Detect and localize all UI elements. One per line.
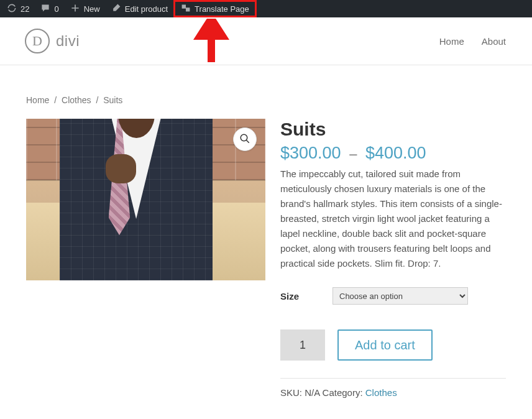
- category-label: Category:: [323, 387, 363, 398]
- updates-icon: [7, 3, 17, 15]
- svg-point-0: [241, 134, 247, 141]
- variation-row-size: Size Choose an option: [280, 287, 506, 305]
- sku-value: N/A: [305, 387, 319, 398]
- price-high: $400.00: [365, 144, 426, 162]
- edit-product-item[interactable]: Edit product: [106, 0, 173, 17]
- product-image[interactable]: [26, 119, 265, 280]
- updates-count: 22: [21, 4, 29, 14]
- nav-home[interactable]: Home: [439, 36, 464, 47]
- breadcrumb-category[interactable]: Clothes: [62, 95, 91, 105]
- translate-label: Translate Page: [195, 4, 249, 14]
- logo-word: divi: [56, 32, 80, 50]
- price-low: $300.00: [280, 144, 341, 162]
- breadcrumb: Home / Clothes / Suits: [26, 95, 506, 105]
- logo-mark: D: [25, 29, 50, 53]
- magnifier-icon: [239, 133, 250, 146]
- primary-nav: Home About: [439, 36, 506, 47]
- breadcrumb-sep: /: [54, 95, 57, 105]
- category-link[interactable]: Clothes: [365, 387, 397, 398]
- nav-about[interactable]: About: [482, 36, 506, 47]
- product-meta: SKU: N/A Category: Clothes: [280, 387, 506, 398]
- plus-icon: [70, 3, 80, 15]
- quantity-input[interactable]: [280, 329, 325, 361]
- breadcrumb-sep: /: [96, 95, 98, 105]
- new-item[interactable]: New: [65, 0, 106, 17]
- comment-icon: [40, 3, 50, 15]
- site-header: D divi Home About: [0, 17, 532, 65]
- price-separator: –: [349, 146, 357, 162]
- svg-line-1: [246, 140, 249, 143]
- meta-divider: [280, 378, 506, 379]
- product: Suits $300.00 – $400.00 The impeccably c…: [26, 119, 506, 398]
- size-select[interactable]: Choose an option: [332, 287, 468, 305]
- translate-highlight: Translate Page: [173, 0, 257, 17]
- translate-page-item[interactable]: Translate Page: [175, 2, 255, 16]
- new-label: New: [84, 4, 100, 14]
- zoom-button[interactable]: [233, 127, 257, 151]
- product-description: The impeccably cut, tailored suit made f…: [280, 167, 506, 271]
- page-content: Home / Clothes / Suits Suits $300.: [0, 65, 532, 410]
- size-label: Size: [280, 291, 332, 302]
- comments-item[interactable]: 0: [35, 0, 64, 17]
- breadcrumb-current: Suits: [103, 95, 122, 105]
- updates-item[interactable]: 22: [1, 0, 35, 17]
- sku-label: SKU:: [280, 387, 302, 398]
- comments-count: 0: [54, 4, 58, 14]
- product-gallery: [26, 119, 265, 280]
- product-price: $300.00 – $400.00: [280, 144, 506, 163]
- pencil-icon: [111, 3, 121, 15]
- edit-product-label: Edit product: [125, 4, 168, 14]
- site-logo[interactable]: D divi: [25, 29, 80, 53]
- breadcrumb-home[interactable]: Home: [26, 95, 49, 105]
- product-title: Suits: [280, 119, 506, 140]
- add-to-cart-row: Add to cart: [280, 329, 506, 361]
- wp-admin-bar: 22 0 New Edit product Translate Page: [0, 0, 532, 17]
- add-to-cart-button[interactable]: Add to cart: [337, 329, 433, 361]
- translate-icon: [181, 3, 191, 15]
- product-summary: Suits $300.00 – $400.00 The impeccably c…: [280, 119, 506, 398]
